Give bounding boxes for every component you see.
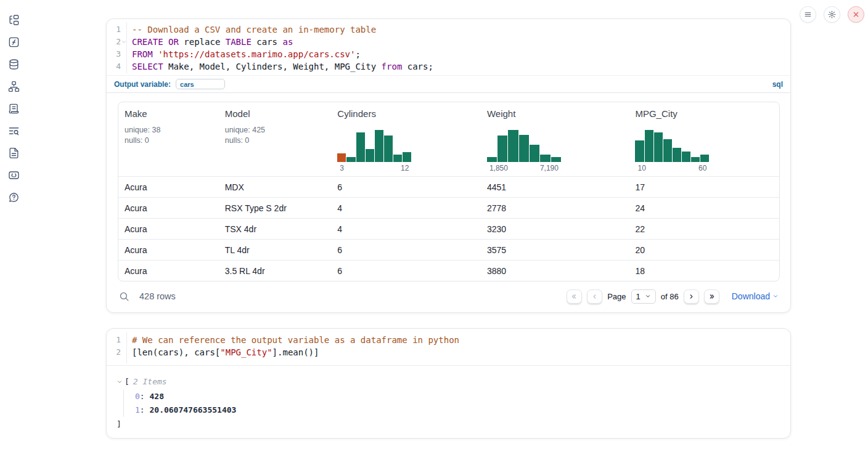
- cylinders-histogram: [337, 130, 411, 162]
- documentation-icon[interactable]: [8, 147, 20, 159]
- close-bracket: ]: [117, 418, 778, 431]
- data-table: Make unique: 38 nulls: 0 Model unique: 4…: [118, 102, 780, 281]
- sql-code-editor[interactable]: 1 -- Download a CSV and create an in-mem…: [107, 19, 790, 75]
- hist-min-label: 1,850: [489, 164, 508, 172]
- line-number: 1: [107, 334, 121, 346]
- code-line: 1 -- Download a CSV and create an in-mem…: [107, 23, 790, 36]
- column-stat-unique: unique: 425: [225, 125, 332, 136]
- scratchpad-icon[interactable]: [8, 103, 20, 115]
- chevron-left-icon: [591, 293, 598, 300]
- table-footer: 428 rows Page 1 of 86: [118, 281, 780, 311]
- sidebar: [0, 0, 27, 203]
- table-row: Acura MDX 6 4451 17: [118, 176, 779, 197]
- column-header-cylinders[interactable]: Cylinders 3 12: [331, 102, 481, 176]
- chevron-down-icon: [772, 293, 779, 299]
- python-code-editor[interactable]: 1 # We can reference the output variable…: [107, 329, 790, 366]
- hist-max-label: 12: [401, 164, 409, 172]
- fold-chevron-icon[interactable]: [121, 36, 126, 48]
- shutdown-button[interactable]: [848, 6, 864, 23]
- line-number: 1: [107, 23, 121, 36]
- last-page-button[interactable]: [704, 289, 719, 304]
- table-row: Acura RSX Type S 2dr 4 2778 24: [118, 197, 779, 218]
- language-badge[interactable]: sql: [772, 80, 783, 89]
- page-select[interactable]: 1: [631, 289, 656, 304]
- column-stat-nulls: nulls: 0: [125, 136, 219, 146]
- hist-min-label: 10: [637, 164, 645, 172]
- data-sources-icon[interactable]: [8, 59, 20, 70]
- output-variable-input[interactable]: [176, 79, 225, 89]
- pagination: Page 1 of 86 Download: [567, 289, 779, 304]
- column-header-weight[interactable]: Weight 1,850 7,190: [481, 102, 629, 176]
- collapse-chevron-icon[interactable]: [117, 379, 123, 385]
- sql-cell-output: Make unique: 38 nulls: 0 Model unique: 4…: [107, 93, 790, 311]
- table-header: Make unique: 38 nulls: 0 Model unique: 4…: [118, 102, 779, 176]
- snippets-icon[interactable]: [8, 169, 20, 181]
- column-header-model[interactable]: Model unique: 425 nulls: 0: [219, 102, 332, 176]
- first-page-button[interactable]: [567, 289, 582, 304]
- page-count-label: of 86: [661, 292, 679, 301]
- code-line: 4 SELECT Make, Model, Cylinders, Weight,…: [107, 60, 790, 73]
- close-icon: [852, 10, 860, 18]
- column-header-mpg-city[interactable]: MPG_City 10 60: [629, 102, 779, 176]
- code-line: 2 CREATE OR replace TABLE cars as: [107, 36, 790, 48]
- file-explorer-icon[interactable]: [8, 14, 20, 26]
- hamburger-icon: [804, 10, 812, 18]
- settings-button[interactable]: [824, 6, 840, 23]
- chevron-down-icon: [645, 293, 651, 299]
- sql-cell: 1 -- Download a CSV and create an in-mem…: [106, 18, 791, 313]
- logs-icon[interactable]: [8, 125, 20, 137]
- chevrons-right-icon: [708, 293, 715, 300]
- variables-icon[interactable]: [8, 36, 20, 48]
- row-count: 428 rows: [139, 291, 176, 301]
- column-stat-unique: unique: 38: [125, 125, 219, 136]
- gear-icon: [828, 10, 836, 18]
- python-cell: 1 # We can reference the output variable…: [106, 328, 791, 439]
- list-item: 1: 20.060747663551403: [135, 403, 778, 417]
- dependency-graph-icon[interactable]: [8, 81, 20, 92]
- topbar-controls: [800, 6, 864, 23]
- page-label: Page: [607, 292, 626, 301]
- hist-min-label: 3: [340, 164, 344, 172]
- list-item: 0: 428: [135, 390, 778, 403]
- chevron-right-icon: [688, 293, 695, 300]
- items-count-label: 2 Items: [133, 376, 167, 388]
- download-button[interactable]: Download: [732, 291, 779, 301]
- line-number: 2: [107, 36, 121, 48]
- table-row: Acura 3.5 RL 4dr 6 3880 18: [118, 260, 779, 281]
- line-number: 4: [107, 60, 121, 73]
- output-variable-label: Output variable:: [114, 80, 171, 89]
- output-variable-row: Output variable: sql: [107, 75, 790, 93]
- table-row: Acura TSX 4dr 4 3230 22: [118, 218, 779, 239]
- column-header-make[interactable]: Make unique: 38 nulls: 0: [118, 102, 219, 176]
- mpg-city-histogram: [635, 130, 709, 162]
- code-line: 3 FROM 'https://datasets.marimo.app/cars…: [107, 48, 790, 60]
- hist-max-label: 60: [698, 164, 706, 172]
- column-stat-nulls: nulls: 0: [225, 136, 332, 146]
- line-number: 3: [107, 48, 121, 60]
- open-bracket: [: [125, 376, 129, 388]
- table-row: Acura TL 4dr 6 3575 20: [118, 239, 779, 260]
- list-entries: 0: 428 1: 20.060747663551403: [123, 390, 778, 417]
- code-line: 1 # We can reference the output variable…: [107, 334, 790, 346]
- previous-page-button[interactable]: [587, 289, 602, 304]
- help-icon[interactable]: [8, 192, 20, 203]
- weight-histogram: [487, 130, 561, 162]
- chevrons-left-icon: [571, 293, 578, 300]
- menu-button[interactable]: [800, 6, 816, 23]
- next-page-button[interactable]: [684, 289, 699, 304]
- hist-max-label: 7,190: [540, 164, 559, 172]
- line-number: 2: [107, 346, 121, 358]
- python-cell-output: [ 2 Items 0: 428 1: 20.060747663551403 ]: [107, 366, 790, 431]
- search-icon[interactable]: [119, 291, 129, 302]
- code-line: 2 [len(cars), cars["MPG_City"].mean()]: [107, 346, 790, 358]
